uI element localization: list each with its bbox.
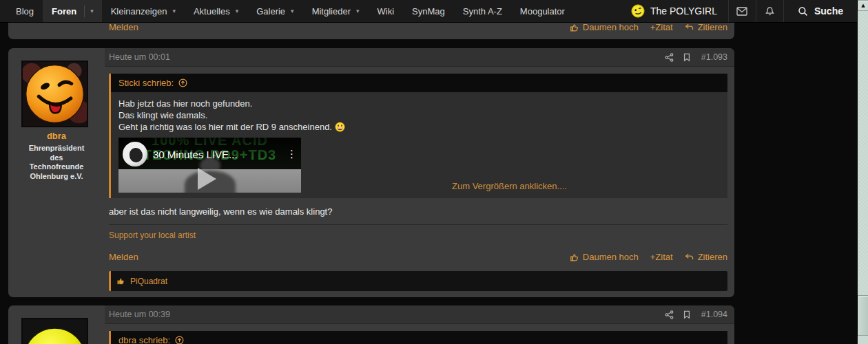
message-area: Heute um 00:39 #1.094 dbra schrieb: bbox=[105, 305, 734, 344]
nav-item-blog[interactable]: Blog bbox=[7, 0, 43, 22]
bell-icon bbox=[765, 6, 775, 17]
video-title-row: 30 Minutes LIVE... ⋮ bbox=[123, 142, 297, 166]
yellow-smiley-avatar bbox=[23, 319, 87, 344]
signature-divider bbox=[109, 224, 727, 225]
reply-icon bbox=[685, 23, 694, 32]
account-menu[interactable]: The POLYGIRL bbox=[620, 0, 728, 22]
like-label: Daumen hoch bbox=[583, 22, 639, 32]
user-info-column bbox=[8, 305, 105, 344]
quote-line: Das klingt wie damals. bbox=[118, 109, 718, 121]
chevron-down-icon[interactable]: ▾ bbox=[236, 8, 239, 14]
nav-item-label: Mitglieder bbox=[312, 6, 351, 17]
post-number-link[interactable]: #1.094 bbox=[701, 310, 727, 319]
nav-item-moogulator[interactable]: Moogulator bbox=[511, 0, 574, 22]
chevron-down-icon[interactable]: ▾ bbox=[90, 8, 102, 14]
signature-text[interactable]: Support your local artist bbox=[109, 230, 727, 240]
user-title-line: Technofreunde bbox=[8, 162, 105, 172]
quote-label: Zitieren bbox=[698, 22, 727, 32]
nav-item-kleinanzeigen[interactable]: Kleinanzeigen ▾ bbox=[102, 0, 185, 22]
quote-author: dbra schrieb: bbox=[118, 335, 170, 344]
quote-button[interactable]: Zitieren bbox=[685, 252, 727, 262]
chevron-down-icon[interactable]: ▾ bbox=[172, 8, 176, 14]
nav-item-label: Foren bbox=[52, 6, 76, 17]
user-avatar-icon bbox=[631, 4, 645, 18]
multiquote-button[interactable]: +Zitat bbox=[650, 252, 673, 262]
share-icon bbox=[665, 310, 674, 319]
bookmark-button[interactable] bbox=[683, 53, 691, 62]
orange-wink-smiley-avatar bbox=[23, 62, 87, 126]
chevron-down-icon[interactable]: ▾ bbox=[291, 8, 294, 14]
nav-divider bbox=[84, 6, 85, 17]
alerts-button[interactable] bbox=[756, 0, 783, 22]
quote-button[interactable]: Zitieren bbox=[685, 22, 727, 32]
play-icon[interactable] bbox=[198, 168, 216, 190]
search-icon bbox=[798, 6, 808, 17]
report-link[interactable]: Melden bbox=[109, 22, 138, 32]
video-title[interactable]: 30 Minutes LIVE... bbox=[153, 149, 282, 160]
goto-source-icon[interactable] bbox=[175, 336, 184, 344]
quote-line: Geht ja richtig was los hier mit der RD … bbox=[118, 121, 718, 133]
scrollbar-thumb[interactable] bbox=[858, 295, 868, 336]
post-footer: Melden Daumen hoch +Zitat Zitieren bbox=[109, 22, 727, 32]
quote-header[interactable]: Sticki schrieb: bbox=[111, 74, 727, 92]
post-number-link[interactable]: #1.093 bbox=[701, 52, 727, 62]
bookmark-button[interactable] bbox=[683, 310, 691, 319]
nav-item-aktuelles[interactable]: Aktuelles ▾ bbox=[185, 0, 247, 22]
chevron-down-icon[interactable]: ▾ bbox=[356, 8, 360, 14]
user-title-line: Ohlenburg e.V. bbox=[8, 172, 105, 182]
thumb-up-icon bbox=[570, 23, 579, 32]
username-link[interactable]: dbra bbox=[8, 131, 105, 141]
post-header: Heute um 00:39 #1.094 bbox=[105, 305, 734, 324]
nav-item-wiki[interactable]: Wiki bbox=[369, 0, 404, 22]
search-label: Suche bbox=[814, 6, 843, 17]
post-date[interactable]: Heute um 00:39 bbox=[109, 310, 170, 319]
post-action-links: Daumen hoch +Zitat Zitieren bbox=[570, 252, 727, 262]
scrollbar[interactable]: ▲ bbox=[857, 0, 868, 344]
more-options-icon[interactable]: ⋮ bbox=[287, 150, 297, 158]
reaction-user-link[interactable]: PiQuadrat bbox=[130, 277, 167, 286]
thumb-up-reaction-icon bbox=[116, 277, 125, 286]
account-name: The POLYGIRL bbox=[650, 6, 717, 17]
thread-content-area: Melden Daumen hoch +Zitat Zitieren bbox=[0, 0, 857, 344]
avatar[interactable] bbox=[21, 61, 88, 127]
quote-author: Sticki schrieb: bbox=[118, 78, 174, 88]
quote-label: Zitieren bbox=[698, 252, 727, 262]
nav-item-galerie[interactable]: Galerie ▾ bbox=[247, 0, 302, 22]
avatar[interactable] bbox=[21, 318, 88, 344]
user-title-line: des bbox=[8, 153, 105, 163]
post-body: dbra schrieb: bbox=[105, 324, 734, 344]
share-button[interactable] bbox=[665, 310, 674, 319]
like-label: Daumen hoch bbox=[583, 252, 639, 262]
nav-item-foren[interactable]: Foren ▾ bbox=[43, 0, 102, 22]
post-message-text: aber ist das nicht langweilig, wenn es w… bbox=[109, 206, 727, 217]
share-button[interactable] bbox=[665, 53, 674, 62]
share-icon bbox=[665, 53, 674, 62]
search-button[interactable]: Suche bbox=[783, 0, 857, 22]
multiquote-button[interactable]: +Zitat bbox=[650, 22, 673, 32]
grin-emoji-icon bbox=[335, 122, 345, 132]
post-card-1093: dbra Ehrenpräsident des Technofreunde Oh… bbox=[8, 48, 734, 297]
post-card-1094: Heute um 00:39 #1.094 dbra schrieb: bbox=[8, 305, 734, 344]
report-link[interactable]: Melden bbox=[109, 252, 138, 262]
nav-item-mitglieder[interactable]: Mitglieder ▾ bbox=[303, 0, 369, 22]
nav-item-synmag[interactable]: SynMag bbox=[403, 0, 454, 22]
channel-avatar[interactable] bbox=[123, 142, 147, 166]
post-date[interactable]: Heute um 00:01 bbox=[109, 52, 170, 62]
enlarge-hint-link[interactable]: Zum Vergrößern anklicken.... bbox=[301, 181, 718, 193]
inbox-button[interactable] bbox=[728, 0, 756, 22]
nav-item-synth-a-z[interactable]: Synth A-Z bbox=[454, 0, 511, 22]
like-button[interactable]: Daumen hoch bbox=[570, 252, 639, 262]
top-navigation: Blog Foren ▾ Kleinanzeigen ▾ Aktuelles ▾… bbox=[0, 0, 857, 23]
nav-item-label: Kleinanzeigen bbox=[111, 6, 167, 17]
goto-source-icon[interactable] bbox=[178, 78, 187, 87]
post-body: Sticki schrieb: Hab jetzt das hier noch … bbox=[105, 67, 734, 291]
youtube-embed[interactable]: 100% LIVE ACID TECHNO RD9+TD3 bbox=[118, 138, 301, 193]
like-button[interactable]: Daumen hoch bbox=[570, 22, 639, 32]
quote-line: Hab jetzt das hier noch gefunden. bbox=[118, 98, 718, 109]
scroll-up-button[interactable]: ▲ bbox=[858, 0, 868, 11]
bookmark-icon bbox=[683, 53, 691, 62]
bookmark-icon bbox=[683, 310, 691, 319]
quote-header[interactable]: dbra schrieb: bbox=[111, 331, 727, 344]
reaction-bar[interactable]: PiQuadrat bbox=[109, 271, 727, 291]
quote-block: Sticki schrieb: Hab jetzt das hier noch … bbox=[109, 74, 727, 198]
